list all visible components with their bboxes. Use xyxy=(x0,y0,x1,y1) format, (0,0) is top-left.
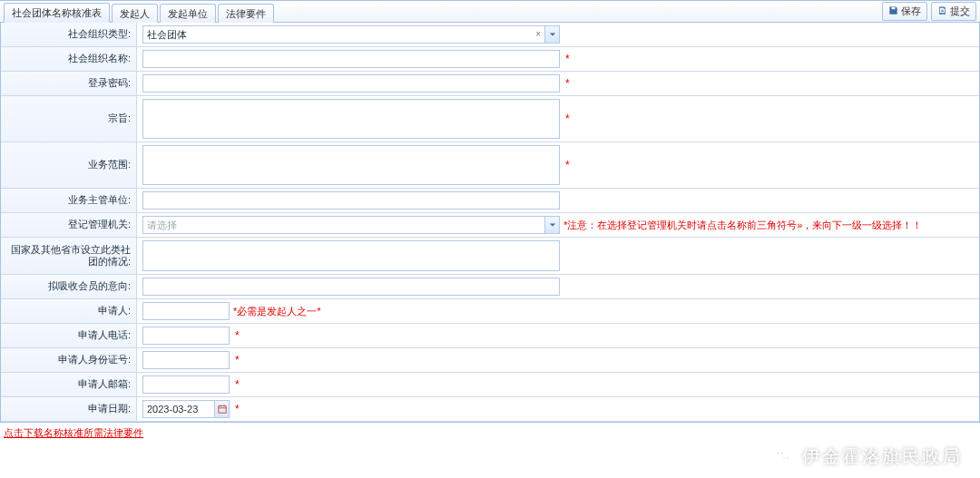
label-org-type: 社会组织类型: xyxy=(1,23,137,46)
label-applicant-id: 申请人身份证号: xyxy=(1,348,137,372)
scope-textarea[interactable] xyxy=(142,145,560,185)
svg-point-6 xyxy=(777,453,779,454)
org-type-select[interactable]: 社会团体 × xyxy=(142,25,560,44)
required-mark: * xyxy=(564,112,570,125)
tab-name-approval[interactable]: 社会团体名称核准表 xyxy=(4,3,110,23)
applicant-input[interactable] xyxy=(142,302,230,320)
save-button[interactable]: 保存 xyxy=(882,2,927,21)
label-reg-authority: 登记管理机关: xyxy=(1,213,137,237)
reg-authority-select[interactable]: 请选择 xyxy=(142,216,560,234)
label-applicant-email: 申请人邮箱: xyxy=(1,373,137,396)
tab-initiator-unit[interactable]: 发起单位 xyxy=(160,4,216,23)
svg-point-4 xyxy=(774,450,786,460)
save-icon xyxy=(888,5,898,17)
svg-point-7 xyxy=(781,453,783,454)
label-login-password: 登录密码: xyxy=(1,72,137,95)
required-mark: * xyxy=(233,378,240,391)
label-other-cities: 国家及其他省市设立此类社团的情况: xyxy=(1,238,137,274)
label-applicant-tel: 申请人电话: xyxy=(1,324,137,347)
required-mark: * xyxy=(564,77,570,90)
label-recruit-intent: 拟吸收会员的意向: xyxy=(1,275,137,298)
applicant-email-input[interactable] xyxy=(142,376,230,394)
form: 社会组织类型: 社会团体 × 社会组织名称: * 登录密码: * 宗旨: xyxy=(0,22,980,423)
login-password-input[interactable] xyxy=(142,74,560,93)
required-mark: * xyxy=(564,53,570,65)
svg-rect-0 xyxy=(218,406,225,414)
chevron-down-icon[interactable] xyxy=(544,217,559,233)
watermark: 伊金霍洛旗民政局 xyxy=(769,444,962,469)
topbar: 社会团体名称核准表 发起人 发起单位 法律要件 保存 提交 xyxy=(0,0,980,22)
required-mark: * xyxy=(564,159,570,171)
tabs: 社会团体名称核准表 发起人 发起单位 法律要件 xyxy=(4,1,274,22)
applicant-id-input[interactable] xyxy=(142,351,230,369)
supervisor-input[interactable] xyxy=(142,191,560,210)
svg-rect-3 xyxy=(223,405,224,406)
svg-rect-2 xyxy=(220,405,220,406)
clear-icon[interactable]: × xyxy=(532,28,544,41)
label-purpose: 宗旨: xyxy=(1,96,137,141)
submit-button[interactable]: 提交 xyxy=(931,2,976,21)
applicant-tel-input[interactable] xyxy=(142,327,230,345)
tab-initiator-person[interactable]: 发起人 xyxy=(112,4,158,23)
applicant-hint: *必需是发起人之一* xyxy=(233,305,321,318)
other-cities-textarea[interactable] xyxy=(142,240,560,271)
svg-point-9 xyxy=(787,457,788,458)
wechat-icon xyxy=(769,444,795,469)
action-buttons: 保存 提交 xyxy=(882,2,976,21)
svg-point-5 xyxy=(781,454,791,463)
label-org-name: 社会组织名称: xyxy=(1,47,137,71)
required-mark: * xyxy=(233,354,240,366)
calendar-icon[interactable] xyxy=(214,401,229,417)
org-name-input[interactable] xyxy=(142,50,560,68)
purpose-textarea[interactable] xyxy=(142,99,560,139)
chevron-down-icon[interactable] xyxy=(544,26,559,43)
apply-date-input[interactable]: 2023-03-23 xyxy=(142,400,230,418)
reg-authority-hint: *注意：在选择登记管理机关时请点击名称前三角符号»，来向下一级一级选择！！ xyxy=(564,219,922,232)
label-supervisor: 业务主管单位: xyxy=(1,189,137,212)
download-legal-requirements-link[interactable]: 点击下载名称核准所需法律要件 xyxy=(0,423,980,445)
submit-icon xyxy=(937,5,947,17)
tab-legal-requirements[interactable]: 法律要件 xyxy=(218,4,274,23)
required-mark: * xyxy=(233,329,240,342)
required-mark: * xyxy=(233,403,240,415)
svg-point-8 xyxy=(783,457,784,458)
recruit-intent-input[interactable] xyxy=(142,278,560,296)
label-scope: 业务范围: xyxy=(1,142,137,188)
label-applicant: 申请人: xyxy=(1,299,137,323)
label-apply-date: 申请日期: xyxy=(1,397,137,421)
